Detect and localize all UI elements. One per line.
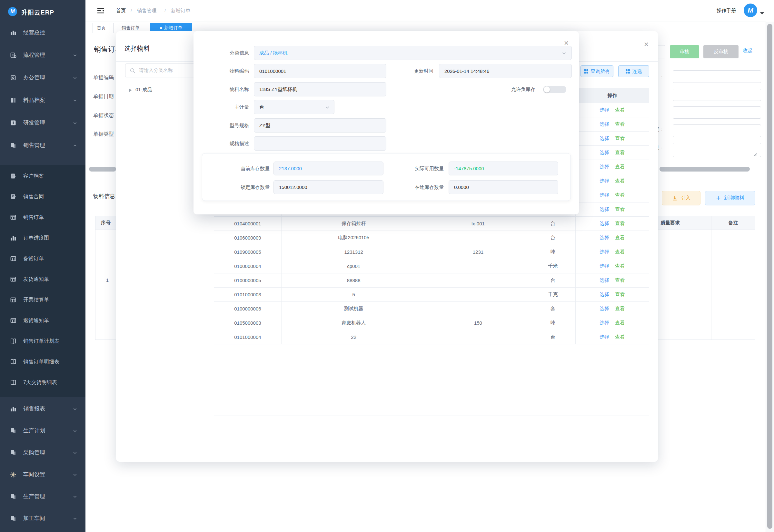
collapse-menu-icon[interactable] <box>96 6 105 15</box>
select-link[interactable]: 选择 <box>600 121 610 127</box>
breadcrumb-separator: / <box>131 8 132 13</box>
view-link[interactable]: 查看 <box>615 221 625 227</box>
select-link[interactable]: 选择 <box>600 320 610 326</box>
horizontal-scrollbar-thumb[interactable] <box>89 167 116 172</box>
sidebar-item-销售报表[interactable]: 销售报表 <box>0 403 85 415</box>
sidebar-item-销售订单[interactable]: 销售订单 <box>0 212 85 223</box>
sidebar-item-备货订单[interactable]: 备货订单 <box>0 253 85 264</box>
sidebar-item-生产管理[interactable]: 生产管理 <box>0 491 85 502</box>
select-link[interactable]: 选择 <box>600 150 610 156</box>
tree-expand-caret-icon[interactable] <box>129 88 132 92</box>
sidebar-item-生产计划[interactable]: 生产计划 <box>0 425 85 437</box>
view-link[interactable]: 查看 <box>615 249 625 255</box>
multi-select-button[interactable]: 连选 <box>618 65 649 77</box>
sidebar-item-发货通知单[interactable]: 发货通知单 <box>0 273 85 285</box>
view-link[interactable]: 查看 <box>615 164 625 170</box>
form-input[interactable] <box>673 106 761 119</box>
updated-input[interactable]: 2026-01-14 14:48:46 <box>439 64 572 78</box>
locked-stock-input[interactable]: 150012.0000 <box>273 180 383 194</box>
spec-input[interactable] <box>254 136 386 151</box>
view-link[interactable]: 查看 <box>615 291 625 298</box>
view-link[interactable]: 查看 <box>615 263 625 269</box>
available-stock-input[interactable]: -147875.0000 <box>449 162 558 175</box>
breadcrumb-home[interactable]: 首页 <box>116 8 126 14</box>
table-cell: 0106000009 <box>214 231 282 245</box>
add-material-button[interactable]: 新增物料 <box>705 191 755 205</box>
select-link[interactable]: 选择 <box>600 164 610 170</box>
view-link[interactable]: 查看 <box>615 206 625 212</box>
select-link[interactable]: 选择 <box>600 221 610 227</box>
manufacturer-input[interactable] <box>673 124 761 137</box>
remark-textarea[interactable] <box>673 143 761 157</box>
tab-首页[interactable]: 首页 <box>93 23 110 33</box>
select-link[interactable]: 选择 <box>600 249 610 255</box>
select-link[interactable]: 选择 <box>600 135 610 142</box>
unit-select[interactable]: 台 <box>254 100 334 114</box>
view-link[interactable]: 查看 <box>615 178 625 184</box>
sidebar-item-订单进度图[interactable]: 订单进度图 <box>0 232 85 244</box>
sidebar-item-加工车间[interactable]: 加工车间 <box>0 513 85 524</box>
sidebar-item-流程管理[interactable]: 流程管理 <box>0 49 85 61</box>
category-select[interactable]: 成品 / 纸杯机 <box>254 46 572 60</box>
sidebar-item-料品档案[interactable]: 料品档案 <box>0 94 85 106</box>
select-link[interactable]: 选择 <box>600 235 610 241</box>
sidebar-item-退货通知单[interactable]: 退货通知单 <box>0 315 85 326</box>
current-stock-input[interactable]: 2137.0000 <box>273 162 383 175</box>
form-input[interactable] <box>673 89 761 101</box>
select-link[interactable]: 选择 <box>600 206 610 212</box>
tree-node-finished-goods[interactable]: 01-成品 <box>135 87 152 93</box>
sidebar-item-客户档案[interactable]: 客户档案 <box>0 170 85 182</box>
horizontal-scrollbar-thumb[interactable] <box>660 167 750 172</box>
view-link[interactable]: 查看 <box>615 235 625 241</box>
view-link[interactable]: 查看 <box>615 320 625 326</box>
manual-link[interactable]: 操作手册 <box>717 8 736 14</box>
resize-handle-icon[interactable] <box>753 152 757 156</box>
customer-input[interactable] <box>673 70 761 83</box>
sidebar-item-销售订单明细表[interactable]: 销售订单明细表 <box>0 356 85 368</box>
vertical-scrollbar-thumb[interactable] <box>767 24 772 529</box>
modal-close-icon[interactable]: × <box>641 39 651 49</box>
select-link[interactable]: 选择 <box>600 107 610 113</box>
allow-negative-toggle[interactable] <box>543 86 566 93</box>
view-link[interactable]: 查看 <box>615 334 625 340</box>
name-input[interactable]: 118S ZY型纸杯机 <box>254 82 386 96</box>
select-link[interactable]: 选择 <box>600 291 610 298</box>
avatar[interactable]: M <box>744 4 757 17</box>
select-link[interactable]: 选择 <box>600 192 610 198</box>
select-link[interactable]: 选择 <box>600 306 610 312</box>
user-menu-caret-icon[interactable] <box>760 12 764 15</box>
query-all-button[interactable]: 查询所有 <box>581 65 613 77</box>
audit-button[interactable]: 审核 <box>670 45 699 58</box>
sidebar-item-销售订单计划表[interactable]: 销售订单计划表 <box>0 335 85 347</box>
sidebar-item-办公管理[interactable]: 办公管理 <box>0 72 85 84</box>
view-link[interactable]: 查看 <box>615 306 625 312</box>
import-button[interactable]: 引入 <box>662 191 700 205</box>
select-link[interactable]: 选择 <box>600 178 610 184</box>
collapse-panel-link[interactable]: 收起 <box>743 48 752 54</box>
code-input[interactable]: 0101000001 <box>254 64 386 78</box>
select-link[interactable]: 选择 <box>600 334 610 340</box>
sidebar-item-销售管理[interactable]: 销售管理 <box>0 140 85 151</box>
sidebar-item-采购管理[interactable]: 采购管理 <box>0 447 85 458</box>
view-link[interactable]: 查看 <box>615 150 625 156</box>
view-link[interactable]: 查看 <box>615 277 625 283</box>
transit-stock-input[interactable]: 0.0000 <box>449 180 558 194</box>
sidebar-item-车间设置[interactable]: 车间设置 <box>0 469 85 480</box>
sidebar-item-销售合同[interactable]: 销售合同 <box>0 191 85 202</box>
sidebar-item-研发管理[interactable]: 研发管理 <box>0 117 85 129</box>
sidebar-item-经营总控[interactable]: 经营总控 <box>0 27 85 38</box>
select-link[interactable]: 选择 <box>600 263 610 269</box>
view-link[interactable]: 查看 <box>615 192 625 198</box>
unaudit-button[interactable]: 反审核 <box>703 45 739 58</box>
sidebar-item-7天交货明细表[interactable]: 7天交货明细表 <box>0 377 85 388</box>
select-link[interactable]: 选择 <box>600 277 610 283</box>
view-link[interactable]: 查看 <box>615 107 625 113</box>
breadcrumb-sales[interactable]: 销售管理 <box>137 8 156 14</box>
pages-icon <box>10 493 17 500</box>
sidebar-item-开票结算单[interactable]: 开票结算单 <box>0 294 85 306</box>
table-cell: 保存箱拉杆 <box>282 217 426 231</box>
view-link[interactable]: 查看 <box>615 135 625 142</box>
model-input[interactable]: ZY型 <box>254 118 386 133</box>
view-link[interactable]: 查看 <box>615 121 625 127</box>
table-cell: 0101000004 <box>214 330 282 344</box>
